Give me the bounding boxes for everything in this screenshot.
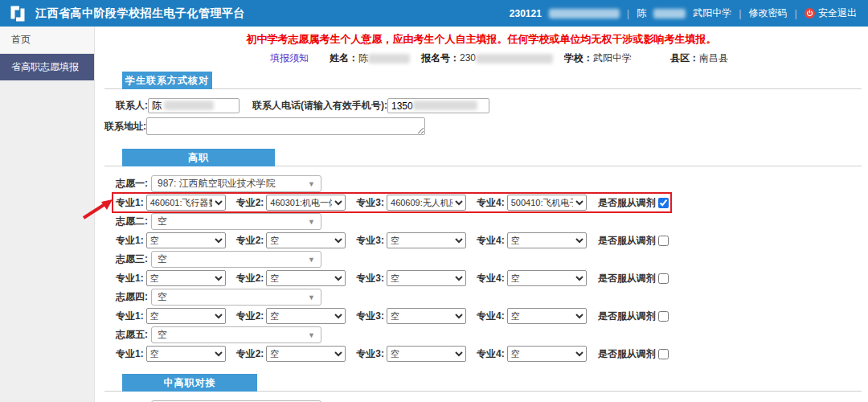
- major2-label: 专业2:: [236, 272, 264, 285]
- contact-name-wrap: [148, 98, 240, 113]
- chevron-down-icon: ▼: [308, 180, 315, 188]
- major2-label: 专业2:: [236, 310, 264, 323]
- gaozhi-section-tab: 高职: [122, 149, 275, 166]
- major3-select[interactable]: 空: [387, 232, 466, 248]
- major2-select[interactable]: 空: [266, 270, 346, 286]
- major4-label: 专业4:: [477, 234, 505, 248]
- majors-row-5: 专业1: 空 专业2: 空 专业3: 空 专业4: 空 是否服从调剂: [116, 346, 669, 362]
- major2-select[interactable]: 空: [266, 346, 346, 362]
- major4-select[interactable]: 空: [507, 270, 587, 286]
- majors-row-3-wrap: 专业1: 空 专业2: 空 专业3: 空 专业4: 空 是否服从调剂: [116, 270, 669, 286]
- chevron-down-icon: ▼: [308, 218, 315, 226]
- major3-select[interactable]: 空: [387, 346, 466, 362]
- major1-select[interactable]: 460601:飞行器数字化制: [146, 195, 226, 211]
- chevron-down-icon: ▼: [308, 293, 315, 302]
- major1-select[interactable]: 空: [146, 308, 226, 324]
- majors-row-5-wrap: 专业1: 空 专业2: 空 专业3: 空 专业4: 空 是否服从调剂: [116, 346, 669, 362]
- school-select-value: 空: [158, 328, 167, 342]
- sidebar-item-home[interactable]: 首页: [0, 27, 94, 54]
- contact-phone-wrap: [387, 98, 489, 113]
- student-name: 姓名：陈: [330, 51, 410, 65]
- sidebar-item-gaozhi-application[interactable]: 省高职志愿填报: [0, 54, 94, 80]
- major2-label: 专业2:: [236, 234, 264, 248]
- contact-address-label: 联系地址:: [104, 120, 146, 133]
- major1-label: 专业1:: [116, 234, 144, 248]
- school-select[interactable]: 空 ▼: [151, 326, 321, 343]
- choice-row-3: 志愿三: 空 ▼: [116, 251, 862, 268]
- majors-row-3: 专业1: 空 专业2: 空 专业3: 空 专业4: 空 是否服从调剂: [116, 270, 669, 286]
- major4-label: 专业4:: [477, 347, 505, 361]
- majors-row-2: 专业1: 空 专业2: 空 专业3: 空 专业4: 空 是否服从调剂: [116, 232, 669, 248]
- major2-select[interactable]: 460301:机电一体化技术: [266, 195, 346, 211]
- major4-label: 专业4:: [477, 272, 505, 285]
- major2-select[interactable]: 空: [266, 308, 346, 324]
- major1-select[interactable]: 空: [146, 346, 226, 362]
- guide-link[interactable]: 填报须知: [270, 51, 309, 65]
- app-logo-icon: [8, 4, 29, 23]
- major4-select[interactable]: 空: [507, 232, 587, 248]
- redacted-blur: [653, 9, 686, 18]
- redacted-blur: [164, 100, 214, 110]
- school-select-value: 空: [158, 252, 167, 266]
- school-select-value: 空: [158, 290, 167, 304]
- change-password-link[interactable]: 修改密码: [749, 6, 788, 20]
- choice-row-2: 志愿二: 空 ▼: [116, 213, 862, 230]
- contact-section-tab: 学生联系方式核对: [122, 72, 212, 89]
- major1-select[interactable]: 空: [146, 270, 226, 286]
- major3-select[interactable]: 460609:无人机应用技术: [387, 195, 466, 211]
- major3-select[interactable]: 空: [387, 308, 466, 324]
- major4-select[interactable]: 500410:飞机电子设备维: [507, 195, 587, 211]
- choice-label: 志愿三:: [116, 252, 148, 266]
- adjust-checkbox[interactable]: [658, 236, 669, 246]
- registration-number: 报名号：230: [421, 51, 553, 65]
- page-body: 首页 省高职志愿填报 初中学考志愿属考生个人意愿，应由考生个人自主填报。任何学校…: [0, 27, 868, 402]
- major3-label: 专业3:: [356, 347, 384, 361]
- main-content: 初中学考志愿属考生个人意愿，应由考生个人自主填报。任何学校或单位均无权干涉或影响…: [95, 27, 868, 402]
- choice-row-1: 志愿一: 987: 江西航空职业技术学院 ▼: [116, 175, 862, 192]
- adjust-checkbox[interactable]: [658, 349, 669, 359]
- major4-select[interactable]: 空: [507, 346, 587, 362]
- major4-label: 专业4:: [477, 310, 505, 323]
- user-name: 陈: [637, 6, 646, 20]
- school-select[interactable]: 空 ▼: [151, 289, 321, 306]
- adjust-label: 是否服从调剂: [598, 196, 656, 210]
- major2-label: 专业2:: [236, 347, 264, 361]
- adjust-label: 是否服从调剂: [598, 347, 656, 361]
- choice-label: 志愿四:: [116, 290, 148, 304]
- student-info-bar: 填报须知 姓名：陈 报名号：230 学校：武阳中学 县区：南昌县: [95, 46, 868, 72]
- gaozhi-section: 高职 志愿一: 987: 江西航空职业技术学院 ▼ 专业1: 460601:飞行…: [104, 166, 862, 372]
- major2-select[interactable]: 空: [266, 232, 346, 248]
- logout-button[interactable]: 安全退出: [805, 6, 857, 20]
- contact-section: 学生联系方式核对 联系人: 联系人电话(请输入有效手机号): 联系地址:: [104, 88, 862, 147]
- contact-row: 联系人: 联系人电话(请输入有效手机号):: [116, 98, 862, 113]
- app-title: 江西省高中阶段学校招生电子化管理平台: [35, 6, 245, 21]
- notice-banner: 初中学考志愿属考生个人意愿，应由考生个人自主填报。任何学校或单位均无权干涉或影响…: [95, 32, 868, 46]
- redacted-blur: [549, 9, 620, 18]
- major1-label: 专业1:: [116, 347, 144, 361]
- header-separator: |: [739, 7, 741, 19]
- adjust-checkbox[interactable]: [658, 198, 669, 208]
- major3-label: 专业3:: [356, 272, 384, 285]
- user-school: 武阳中学: [693, 6, 731, 20]
- major4-select[interactable]: 空: [507, 308, 587, 324]
- contact-phone-label: 联系人电话(请输入有效手机号):: [252, 99, 387, 113]
- chevron-down-icon: ▼: [308, 256, 315, 264]
- major3-select[interactable]: 空: [387, 270, 466, 286]
- choice-label: 志愿二:: [116, 215, 148, 228]
- chevron-down-icon: ▼: [308, 331, 315, 339]
- adjust-checkbox[interactable]: [658, 311, 669, 322]
- major3-label: 专业3:: [356, 196, 384, 210]
- major1-select[interactable]: 空: [146, 232, 226, 248]
- school-select[interactable]: 987: 江西航空职业技术学院 ▼: [151, 175, 321, 192]
- student-school: 学校：武阳中学: [564, 51, 632, 65]
- school-select[interactable]: 空 ▼: [151, 213, 321, 230]
- choice-row-4: 志愿四: 空 ▼: [116, 289, 862, 306]
- major1-label: 专业1:: [116, 196, 144, 210]
- adjust-label: 是否服从调剂: [598, 310, 656, 323]
- school-select[interactable]: 空 ▼: [151, 251, 321, 268]
- adjust-checkbox[interactable]: [658, 273, 669, 284]
- contact-address-textarea[interactable]: [146, 117, 425, 135]
- choice-row-5: 志愿五: 空 ▼: [116, 326, 862, 343]
- address-row: 联系地址:: [104, 117, 862, 135]
- major4-label: 专业4:: [477, 196, 505, 210]
